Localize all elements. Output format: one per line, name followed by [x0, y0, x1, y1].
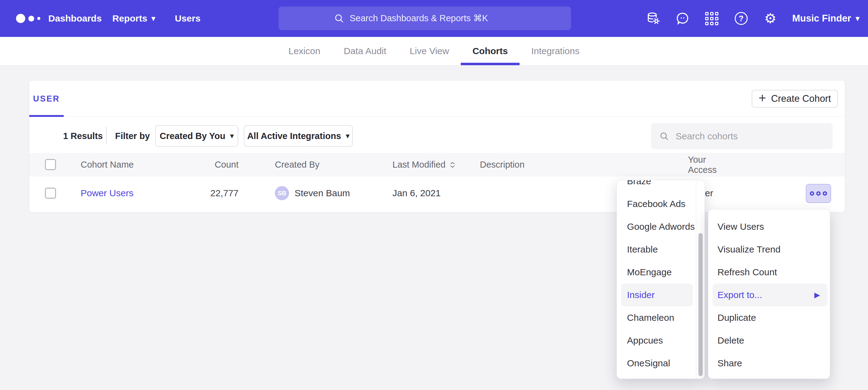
nav-dashboards[interactable]: Dashboards	[48, 0, 101, 37]
submenu-item-google-adwords[interactable]: Google Adwords	[617, 215, 696, 238]
help-icon[interactable]: ?	[734, 11, 749, 26]
submenu-item-appcues[interactable]: Appcues	[617, 329, 696, 352]
col-count[interactable]: Count	[202, 153, 239, 176]
nav-dashboards-label: Dashboards	[48, 13, 101, 24]
submenu-item-facebook-ads[interactable]: Facebook Ads	[617, 193, 696, 215]
col-your-access[interactable]: Your Access	[688, 153, 734, 176]
menu-item-export-to[interactable]: Export to... ▶	[713, 284, 827, 306]
chevron-down-icon: ▾	[230, 133, 234, 139]
submenu-item-braze[interactable]: Braze	[617, 180, 696, 193]
nav-users-label: Users	[175, 13, 200, 24]
submenu-scrollbar	[696, 180, 705, 379]
search-icon	[659, 131, 670, 141]
created-by-cell: SB Steven Baum	[275, 176, 350, 210]
submenu-item-moengage[interactable]: MoEngage	[617, 261, 696, 284]
menu-item-share[interactable]: Share	[708, 352, 830, 375]
global-search-input[interactable]	[350, 13, 516, 23]
menu-item-visualize-trend[interactable]: Visualize Trend	[708, 238, 830, 261]
settings-gear-icon[interactable]: ⚙	[763, 11, 778, 26]
col-created-by[interactable]: Created By	[275, 153, 319, 176]
apps-grid-icon[interactable]	[705, 11, 719, 26]
help-question-glyph: ?	[739, 14, 744, 23]
dot-icon	[810, 191, 814, 196]
submenu-arrow-icon: ▶	[814, 291, 820, 299]
submenu-item-insider[interactable]: Insider	[621, 284, 693, 306]
row-more-options-button[interactable]	[806, 184, 831, 203]
avatar: SB	[275, 186, 289, 200]
search-icon	[334, 13, 345, 24]
user-tab-underline	[29, 115, 64, 117]
tab-lexicon[interactable]: Lexicon	[277, 37, 332, 65]
row-actions-menu: View Users Visualize Trend Refresh Count…	[708, 209, 830, 379]
logo-dot-large	[16, 14, 25, 23]
tab-cohorts[interactable]: Cohorts	[461, 37, 520, 65]
cohort-search-input[interactable]	[676, 131, 824, 141]
export-submenu-list: Braze Facebook Ads Google Adwords Iterab…	[617, 180, 696, 375]
tab-user-cohorts[interactable]: USER	[29, 80, 64, 117]
mixpanel-logo[interactable]	[16, 0, 40, 37]
row-checkbox[interactable]	[45, 188, 56, 199]
tab-integrations[interactable]: Integrations	[520, 37, 591, 65]
col-last-modified[interactable]: Last Modified	[393, 153, 456, 176]
nav-reports[interactable]: Reports ▾	[112, 0, 155, 37]
select-all-checkbox[interactable]	[45, 159, 56, 170]
last-modified-cell: Jan 6, 2021	[393, 176, 441, 210]
tab-data-audit[interactable]: Data Audit	[332, 37, 398, 65]
filter-by-label: Filter by	[115, 127, 150, 144]
top-navbar: Dashboards Reports ▾ Users	[0, 0, 868, 37]
logo-dot-small	[37, 17, 40, 20]
col-description[interactable]: Description	[480, 153, 525, 176]
section-tabs: Lexicon Data Audit Live View Cohorts Int…	[0, 37, 868, 66]
cohort-name-link[interactable]: Power Users	[81, 176, 133, 210]
chevron-down-icon: ▾	[151, 15, 155, 22]
tab-live-view[interactable]: Live View	[398, 37, 461, 65]
creator-name: Steven Baum	[294, 188, 350, 198]
plus-icon: +	[758, 92, 766, 105]
active-tab-underline	[461, 63, 520, 65]
global-search-bar[interactable]	[279, 6, 571, 30]
project-name: Music Finder	[792, 13, 851, 24]
dot-icon	[823, 191, 827, 196]
sort-icon	[450, 161, 456, 168]
export-submenu: Braze Facebook Ads Google Adwords Iterab…	[617, 180, 705, 379]
menu-item-delete[interactable]: Delete	[708, 329, 830, 352]
submenu-item-chameleon[interactable]: Chameleon	[617, 306, 696, 329]
logo-dot-medium	[28, 16, 34, 22]
navbar-right-cluster: ? ⚙ Music Finder ▾	[646, 0, 859, 37]
submenu-item-iterable[interactable]: Iterable	[617, 238, 696, 261]
menu-item-duplicate[interactable]: Duplicate	[708, 306, 830, 329]
cohort-count: 22,777	[202, 176, 239, 210]
divider	[106, 127, 106, 144]
create-cohort-button[interactable]: + Create Cohort	[752, 90, 838, 108]
nav-users[interactable]: Users	[175, 0, 200, 37]
data-management-icon[interactable]	[646, 11, 661, 26]
table-row[interactable]: Power Users 22,777 SB Steven Baum Jan 6,…	[29, 176, 845, 210]
chevron-down-icon: ▾	[346, 133, 349, 139]
gear-glyph: ⚙	[764, 12, 776, 25]
feedback-icon[interactable]	[675, 11, 690, 26]
menu-item-view-users[interactable]: View Users	[708, 215, 830, 238]
submenu-item-onesignal[interactable]: OneSignal	[617, 352, 696, 375]
project-switcher[interactable]: Music Finder ▾	[792, 13, 859, 24]
col-cohort-name[interactable]: Cohort Name	[81, 153, 133, 176]
scrollbar-thumb[interactable]	[699, 233, 703, 376]
nav-reports-label: Reports	[112, 13, 147, 24]
cohort-search-bar[interactable]	[651, 123, 833, 149]
chevron-down-icon: ▾	[856, 15, 859, 22]
divider	[29, 116, 845, 117]
results-count: 1 Results	[63, 127, 103, 144]
menu-item-refresh-count[interactable]: Refresh Count	[708, 261, 830, 284]
cohorts-panel: USER + Create Cohort 1 Results Filter by…	[29, 80, 845, 212]
table-header: Cohort Name Count Created By Last Modifi…	[29, 153, 845, 176]
created-by-filter-dropdown[interactable]: Created By You ▾	[155, 125, 238, 147]
dot-icon	[816, 191, 820, 196]
integrations-filter-dropdown[interactable]: All Active Integrations ▾	[244, 125, 353, 147]
